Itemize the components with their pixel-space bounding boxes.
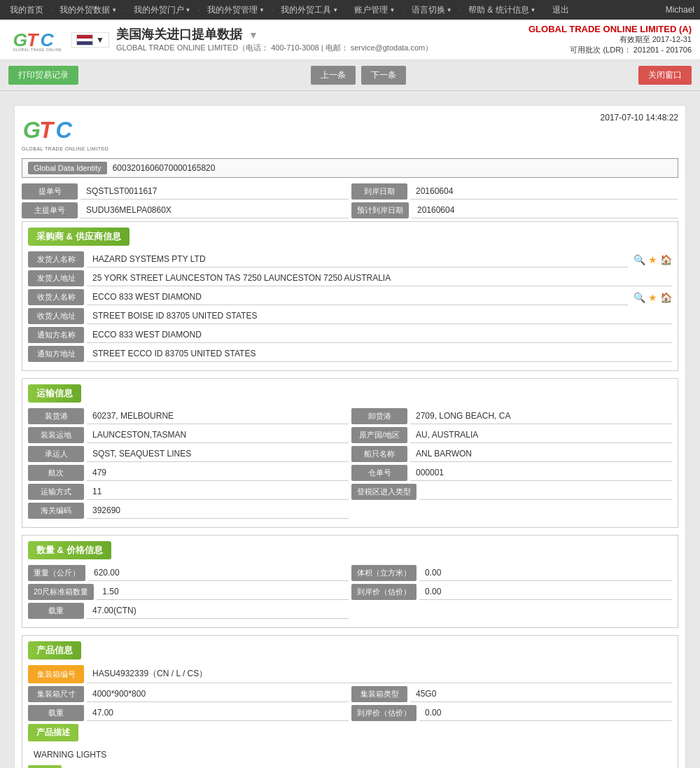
customs-row: 海关编码 392690 bbox=[28, 503, 672, 519]
us-flag bbox=[76, 34, 93, 46]
customs-code-value: 392690 bbox=[87, 503, 349, 519]
svg-text:GLOBAL TRADE ONLINE LIMITED: GLOBAL TRADE ONLINE LIMITED bbox=[13, 48, 61, 52]
consignee-name-value: ECCO 833 WEST DIAMOND bbox=[87, 289, 628, 305]
product-price-label: 到岸价（估价） bbox=[351, 705, 416, 721]
nav-trade-data[interactable]: 我的外贸数据 ▼ bbox=[55, 1, 121, 19]
arrival-date-value: 20160604 bbox=[410, 183, 678, 200]
quantity-price-section: 数量 & 价格信息 重量（公斤） 620.00 体积（立方米） 0.00 20尺… bbox=[22, 535, 678, 628]
container-price-row: 20尺标准箱数量 1.50 到岸价（估价） 0.00 bbox=[28, 584, 672, 600]
transport-mode-row: 运输方式 11 登税区进入类型 bbox=[28, 484, 672, 500]
customs-code-label: 海关编码 bbox=[28, 503, 84, 519]
identity-row: Global Data Identity 6003201606070000165… bbox=[22, 158, 678, 178]
nav-home[interactable]: 我的首页 bbox=[6, 1, 48, 19]
doc-header: G T C GLOBAL TRADE ONLINE LIMITED 2017-0… bbox=[22, 113, 678, 151]
estimated-arrival-label: 预计到岸日期 bbox=[351, 202, 409, 218]
bill-no-label: 提单号 bbox=[22, 183, 78, 200]
svg-text:C: C bbox=[56, 118, 73, 143]
nav-trade-data-arrow: ▼ bbox=[111, 7, 117, 13]
prev-button[interactable]: 上一条 bbox=[311, 66, 356, 85]
transport-section: 运输信息 装货港 60237, MELBOURNE 卸货港 2709, LONG… bbox=[22, 378, 678, 528]
bill-no-value: SQSTLST0011617 bbox=[80, 183, 349, 200]
master-bill-label: 主提单号 bbox=[22, 202, 78, 218]
header-left: G T C GLOBAL TRADE ONLINE LIMITED ▼ 美国海关… bbox=[8, 25, 433, 55]
container-no-row: 集装箱编号 HASU4932339（CN / L / CS） bbox=[28, 665, 672, 683]
nav-trade-tools-arrow: ▼ bbox=[332, 7, 338, 13]
nav-account[interactable]: 账户管理 ▼ bbox=[350, 1, 399, 19]
page-title: 美国海关进口提单数据 ▼ bbox=[116, 26, 433, 43]
buyer-supplier-title: 采购商 & 供应商信息 bbox=[28, 228, 130, 246]
shipper-search-icon[interactable]: 🔍 bbox=[634, 254, 645, 265]
consignee-star-icon[interactable]: ★ bbox=[648, 292, 657, 303]
header-bar: G T C GLOBAL TRADE ONLINE LIMITED ▼ 美国海关… bbox=[0, 20, 700, 60]
doc-logo-svg: G T C bbox=[22, 113, 85, 146]
nav-trade-portal[interactable]: 我的外贸门户 ▼ bbox=[130, 1, 195, 19]
voyage-value: 479 bbox=[87, 465, 349, 481]
weight-value: 620.00 bbox=[88, 565, 349, 581]
nav-trade-tools[interactable]: 我的外贸工具 ▼ bbox=[276, 1, 342, 19]
ldr: 可用批次 (LDR)： 201201 - 201706 bbox=[528, 45, 692, 55]
container-20-label: 20尺标准箱数量 bbox=[28, 584, 94, 600]
voyage-manifest-row: 航次 479 仓单号 000001 bbox=[28, 465, 672, 481]
arrival-price-label: 到岸价（估价） bbox=[351, 584, 416, 600]
product-qty-label: 载重 bbox=[28, 705, 84, 721]
title-arrow: ▼ bbox=[248, 29, 258, 41]
nav-language-arrow: ▼ bbox=[447, 7, 452, 13]
volume-value: 0.00 bbox=[419, 565, 672, 581]
product-desc-label-row: 产品描述 bbox=[28, 724, 672, 744]
notify-addr-row: 通知方地址 STREET ECCO ID 83705 UNITED STATES bbox=[28, 346, 672, 362]
container-size-label: 集装箱尺寸 bbox=[28, 686, 84, 702]
product-price-value: 0.00 bbox=[419, 705, 672, 721]
container-size-type-row: 集装箱尺寸 4000*900*800 集装箱类型 45G0 bbox=[28, 686, 672, 702]
container-type-value: 45G0 bbox=[410, 686, 672, 702]
consignee-home-icon[interactable]: 🏠 bbox=[660, 292, 672, 303]
next-button[interactable]: 下一条 bbox=[361, 66, 406, 85]
quantity-price-title: 数量 & 价格信息 bbox=[28, 541, 111, 559]
shipper-addr-label: 发货人地址 bbox=[28, 270, 84, 286]
nav-trade-manage-arrow: ▼ bbox=[259, 7, 265, 13]
arrival-price-value: 0.00 bbox=[419, 584, 672, 600]
consignee-search-icon[interactable]: 🔍 bbox=[634, 292, 645, 303]
product-desc-label: 产品描述 bbox=[28, 724, 78, 741]
discharge-port-value: 2709, LONG BEACH, CA bbox=[410, 408, 672, 424]
shipper-name-row: 发货人名称 HAZARD SYSTEMS PTY LTD 🔍 ★ 🏠 bbox=[28, 251, 672, 267]
shipper-star-icon[interactable]: ★ bbox=[648, 254, 657, 265]
consignee-name-actions: 🔍 ★ 🏠 bbox=[631, 289, 672, 305]
top-navigation: 我的首页 · 我的外贸数据 ▼ · 我的外贸门户 ▼ · 我的外贸管理 ▼ · … bbox=[0, 0, 700, 20]
print-trade-record-button[interactable]: 打印贸易记录 bbox=[8, 66, 78, 85]
voyage-label: 航次 bbox=[28, 465, 84, 481]
nav-language[interactable]: 语言切换 ▼ bbox=[407, 1, 456, 19]
flag-selector[interactable]: ▼ bbox=[71, 32, 109, 48]
loading-port-label: 装货港 bbox=[28, 408, 84, 424]
place-origin-row: 装装运地 LAUNCESTON,TASMAN 原产国/地区 AU, AUSTRA… bbox=[28, 427, 672, 443]
nav-account-arrow: ▼ bbox=[389, 7, 395, 13]
product-desc-value: WARNING LIGHTS bbox=[28, 747, 672, 762]
container-no-value: HASU4932339（CN / L / CS） bbox=[87, 665, 672, 683]
port-row: 装货港 60237, MELBOURNE 卸货港 2709, LONG BEAC… bbox=[28, 408, 672, 424]
loading-port-value: 60237, MELBOURNE bbox=[87, 408, 349, 424]
volume-label: 体积（立方米） bbox=[351, 565, 416, 581]
close-button[interactable]: 关闭窗口 bbox=[638, 66, 692, 85]
estimated-arrival-value: 20160604 bbox=[412, 202, 678, 218]
notify-name-value: ECCO 833 WEST DIAMOND bbox=[87, 327, 672, 343]
weight-volume-row: 重量（公斤） 620.00 体积（立方米） 0.00 bbox=[28, 565, 672, 581]
container-no-label: 集装箱编号 bbox=[28, 665, 84, 683]
transport-mode-value: 11 bbox=[87, 484, 349, 500]
nav-trade-manage[interactable]: 我的外贸管理 ▼ bbox=[203, 1, 269, 19]
carrier-value: SQST, SEAQUEST LINES bbox=[87, 446, 349, 462]
notify-name-row: 通知方名称 ECCO 833 WEST DIAMOND bbox=[28, 327, 672, 343]
master-bill-row: 主提单号 SUDU36MELPA0860X 预计到岸日期 20160604 bbox=[22, 202, 678, 218]
shipper-home-icon[interactable]: 🏠 bbox=[660, 254, 672, 265]
nav-help[interactable]: 帮助 & 统计信息 ▼ bbox=[464, 1, 540, 19]
trade-zone-value bbox=[419, 484, 672, 500]
svg-text:T: T bbox=[39, 118, 55, 143]
container-size-value: 4000*900*800 bbox=[87, 686, 349, 702]
vessel-label: 船只名称 bbox=[351, 446, 407, 462]
vessel-value: ANL BARWON bbox=[410, 446, 672, 462]
header-right: GLOBAL TRADE ONLINE LIMITED (A) 有效期至 201… bbox=[528, 24, 692, 55]
validity: 有效期至 2017-12-31 bbox=[528, 34, 692, 45]
shipper-addr-value: 25 YORK STREET LAUNCESTON TAS 7250 LAUNC… bbox=[87, 270, 672, 286]
container-20-value: 1.50 bbox=[97, 584, 349, 600]
svg-text:G: G bbox=[23, 118, 41, 143]
doc-logo: G T C GLOBAL TRADE ONLINE LIMITED bbox=[22, 113, 108, 151]
nav-logout[interactable]: 退出 bbox=[548, 1, 573, 19]
